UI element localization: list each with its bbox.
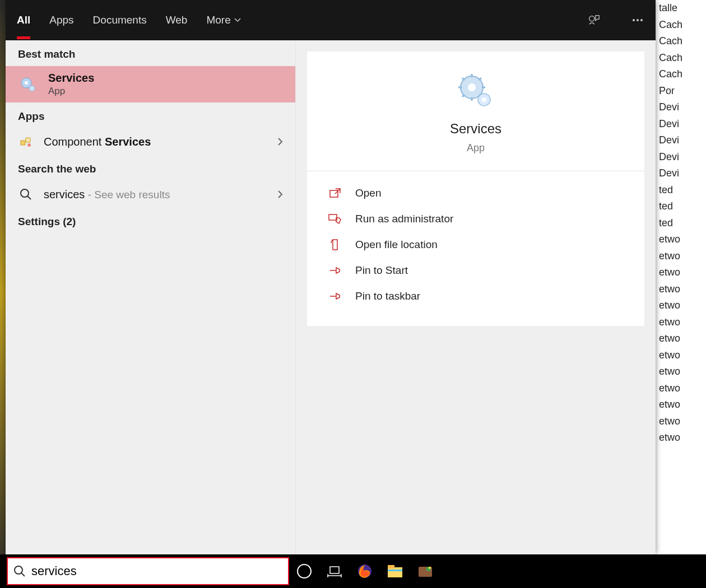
- search-icon: [13, 565, 26, 577]
- action-pin-taskbar[interactable]: Pin to taskbar: [324, 283, 628, 309]
- task-view-icon[interactable]: [319, 556, 350, 586]
- app-icon[interactable]: [410, 556, 440, 586]
- action-run-admin[interactable]: Run as administrator: [324, 206, 628, 232]
- search-tabs: All Apps Documents Web More: [6, 0, 656, 40]
- svg-point-0: [589, 16, 594, 21]
- section-apps: Apps: [6, 102, 295, 128]
- svg-point-26: [15, 566, 22, 574]
- action-label: Open file location: [355, 239, 438, 251]
- result-component-services[interactable]: Component Services: [6, 128, 295, 155]
- background-text-strip: talleCachCachCachCachPorDeviDeviDeviDevi…: [656, 0, 706, 588]
- action-label: Open: [355, 187, 381, 199]
- svg-rect-25: [329, 214, 337, 220]
- tab-all[interactable]: All: [17, 14, 30, 26]
- result-subtitle: App: [48, 86, 283, 97]
- svg-point-3: [640, 19, 643, 21]
- windows-search-panel: All Apps Documents Web More Best match: [6, 0, 656, 554]
- svg-line-11: [27, 196, 31, 199]
- services-icon: [18, 74, 38, 95]
- preview-card: Services App: [307, 52, 644, 171]
- preview-column: Services App Open Run as administrator O…: [296, 40, 656, 554]
- search-input[interactable]: [31, 564, 282, 578]
- folder-icon: [327, 239, 343, 251]
- action-open[interactable]: Open: [324, 180, 628, 206]
- section-best-match: Best match: [6, 40, 295, 66]
- more-options-icon[interactable]: [631, 13, 644, 27]
- svg-rect-7: [21, 141, 25, 145]
- search-icon: [18, 186, 34, 202]
- svg-rect-35: [388, 570, 402, 571]
- action-label: Pin to Start: [355, 264, 408, 277]
- action-label: Pin to taskbar: [355, 290, 420, 302]
- svg-rect-33: [388, 567, 402, 577]
- tab-more-label: More: [206, 14, 230, 26]
- svg-point-23: [482, 97, 486, 102]
- svg-point-2: [637, 19, 639, 21]
- result-title: services - See web results: [44, 188, 267, 201]
- services-large-icon: [456, 72, 495, 111]
- pin-icon: [327, 265, 343, 276]
- admin-shield-icon: [327, 213, 343, 225]
- svg-rect-28: [330, 567, 339, 573]
- chevron-right-icon: [277, 190, 283, 199]
- preview-title: Services: [318, 121, 633, 137]
- tab-documents[interactable]: Documents: [93, 14, 147, 26]
- action-pin-start[interactable]: Pin to Start: [324, 258, 628, 283]
- svg-line-21: [479, 78, 481, 80]
- svg-rect-24: [330, 190, 338, 197]
- firefox-icon[interactable]: [350, 556, 380, 586]
- tab-apps[interactable]: Apps: [49, 14, 73, 26]
- file-explorer-icon[interactable]: [380, 556, 410, 586]
- svg-line-20: [462, 95, 465, 97]
- svg-point-6: [29, 86, 35, 91]
- result-services[interactable]: Services App: [6, 66, 295, 102]
- action-open-location[interactable]: Open file location: [324, 232, 628, 258]
- search-body: Best match Services App Apps Component S…: [6, 40, 656, 554]
- preview-actions: Open Run as administrator Open file loca…: [307, 171, 644, 326]
- taskbar-search-box[interactable]: [7, 557, 289, 585]
- cortana-icon[interactable]: [289, 556, 319, 586]
- svg-point-9: [27, 143, 31, 147]
- preview-subtitle: App: [318, 142, 633, 154]
- pin-icon: [327, 291, 343, 301]
- svg-point-5: [25, 81, 28, 85]
- results-column: Best match Services App Apps Component S…: [6, 40, 296, 554]
- action-label: Run as administrator: [355, 213, 453, 225]
- feedback-icon[interactable]: [587, 13, 601, 27]
- result-title: Component Services: [44, 136, 267, 148]
- svg-point-1: [633, 19, 635, 21]
- section-settings[interactable]: Settings (2): [6, 208, 295, 234]
- section-search-web: Search the web: [6, 155, 295, 181]
- tab-web[interactable]: Web: [166, 14, 188, 26]
- chevron-down-icon: [234, 18, 241, 22]
- svg-point-13: [468, 83, 476, 91]
- svg-rect-34: [388, 565, 394, 568]
- svg-line-18: [462, 78, 465, 80]
- chevron-right-icon: [277, 137, 283, 146]
- tab-more[interactable]: More: [206, 14, 240, 26]
- svg-point-10: [21, 189, 29, 197]
- result-title: Services: [48, 72, 283, 85]
- svg-line-27: [21, 573, 25, 576]
- svg-point-38: [429, 567, 431, 569]
- result-web-services[interactable]: services - See web results: [6, 181, 295, 208]
- open-icon: [327, 188, 343, 199]
- component-services-icon: [18, 134, 34, 150]
- taskbar: [0, 554, 706, 588]
- svg-rect-8: [26, 138, 30, 142]
